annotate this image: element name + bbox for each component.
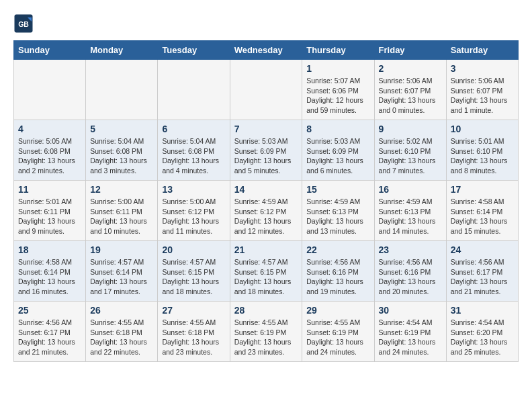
- day-number: 5: [90, 124, 153, 134]
- day-number: 19: [90, 244, 153, 255]
- day-info: Sunrise: 5:04 AM Sunset: 6:08 PM Dayligh…: [90, 136, 153, 176]
- day-info: Sunrise: 5:07 AM Sunset: 6:06 PM Dayligh…: [306, 76, 369, 116]
- day-number: 7: [234, 124, 298, 134]
- day-info: Sunrise: 5:00 AM Sunset: 6:12 PM Dayligh…: [162, 197, 225, 236]
- day-info: Sunrise: 4:59 AM Sunset: 6:13 PM Dayligh…: [379, 197, 442, 236]
- day-info: Sunrise: 4:57 AM Sunset: 6:15 PM Dayligh…: [162, 257, 225, 297]
- day-info: Sunrise: 5:06 AM Sunset: 6:07 PM Dayligh…: [451, 76, 514, 116]
- calendar-cell: 19Sunrise: 4:57 AM Sunset: 6:14 PM Dayli…: [86, 241, 158, 302]
- day-info: Sunrise: 4:54 AM Sunset: 6:19 PM Dayligh…: [379, 318, 442, 357]
- calendar-cell: 7Sunrise: 5:03 AM Sunset: 6:09 PM Daylig…: [230, 120, 302, 181]
- day-number: 13: [162, 184, 225, 195]
- day-number: 14: [234, 184, 298, 195]
- day-number: 25: [18, 305, 81, 316]
- calendar-cell: 22Sunrise: 4:56 AM Sunset: 6:16 PM Dayli…: [302, 241, 374, 302]
- calendar-cell: 24Sunrise: 4:56 AM Sunset: 6:17 PM Dayli…: [446, 241, 518, 302]
- calendar-week-3: 11Sunrise: 5:01 AM Sunset: 6:11 PM Dayli…: [14, 181, 519, 241]
- day-number: 16: [379, 184, 442, 195]
- day-number: 22: [306, 244, 369, 255]
- day-info: Sunrise: 5:04 AM Sunset: 6:08 PM Dayligh…: [162, 136, 225, 176]
- calendar-cell: 11Sunrise: 5:01 AM Sunset: 6:11 PM Dayli…: [14, 181, 86, 241]
- calendar-cell: 14Sunrise: 4:59 AM Sunset: 6:12 PM Dayli…: [230, 181, 302, 241]
- day-info: Sunrise: 5:01 AM Sunset: 6:10 PM Dayligh…: [451, 136, 514, 176]
- day-info: Sunrise: 4:55 AM Sunset: 6:19 PM Dayligh…: [234, 318, 298, 357]
- calendar-cell: 27Sunrise: 4:55 AM Sunset: 6:18 PM Dayli…: [158, 302, 230, 362]
- day-info: Sunrise: 4:57 AM Sunset: 6:14 PM Dayligh…: [90, 257, 153, 297]
- day-number: 15: [306, 184, 369, 195]
- calendar-cell: 6Sunrise: 5:04 AM Sunset: 6:08 PM Daylig…: [158, 120, 230, 181]
- day-info: Sunrise: 4:57 AM Sunset: 6:15 PM Dayligh…: [234, 257, 298, 297]
- day-number: 18: [18, 244, 81, 255]
- calendar-cell: 31Sunrise: 4:54 AM Sunset: 6:20 PM Dayli…: [446, 302, 518, 362]
- day-info: Sunrise: 4:55 AM Sunset: 6:19 PM Dayligh…: [306, 318, 369, 357]
- day-number: 26: [90, 305, 153, 316]
- day-number: 27: [162, 305, 225, 316]
- weekday-header-tuesday: Tuesday: [158, 41, 230, 60]
- day-number: 3: [451, 63, 514, 74]
- weekday-header-friday: Friday: [374, 41, 446, 60]
- calendar-body: 1Sunrise: 5:07 AM Sunset: 6:06 PM Daylig…: [14, 60, 519, 362]
- calendar-cell: 2Sunrise: 5:06 AM Sunset: 6:07 PM Daylig…: [374, 60, 446, 120]
- day-info: Sunrise: 4:56 AM Sunset: 6:17 PM Dayligh…: [18, 318, 81, 357]
- day-info: Sunrise: 5:05 AM Sunset: 6:08 PM Dayligh…: [18, 136, 81, 176]
- day-number: 6: [162, 124, 225, 134]
- calendar-cell: 30Sunrise: 4:54 AM Sunset: 6:19 PM Dayli…: [374, 302, 446, 362]
- day-info: Sunrise: 4:56 AM Sunset: 6:16 PM Dayligh…: [379, 257, 442, 297]
- day-number: 1: [306, 63, 369, 74]
- calendar-cell: 29Sunrise: 4:55 AM Sunset: 6:19 PM Dayli…: [302, 302, 374, 362]
- weekday-header-thursday: Thursday: [302, 41, 374, 60]
- page-header: GB: [13, 13, 519, 34]
- day-info: Sunrise: 5:03 AM Sunset: 6:09 PM Dayligh…: [234, 136, 298, 176]
- calendar-cell: [230, 60, 302, 120]
- calendar-cell: 21Sunrise: 4:57 AM Sunset: 6:15 PM Dayli…: [230, 241, 302, 302]
- logo: GB: [13, 13, 35, 34]
- day-number: 23: [379, 244, 442, 255]
- day-number: 21: [234, 244, 298, 255]
- calendar-cell: 3Sunrise: 5:06 AM Sunset: 6:07 PM Daylig…: [446, 60, 518, 120]
- day-number: 8: [306, 124, 369, 134]
- weekday-row: SundayMondayTuesdayWednesdayThursdayFrid…: [14, 41, 519, 60]
- logo-icon: GB: [13, 13, 34, 34]
- day-info: Sunrise: 5:02 AM Sunset: 6:10 PM Dayligh…: [379, 136, 442, 176]
- calendar-week-2: 4Sunrise: 5:05 AM Sunset: 6:08 PM Daylig…: [14, 120, 519, 181]
- day-number: 28: [234, 305, 298, 316]
- calendar-cell: 20Sunrise: 4:57 AM Sunset: 6:15 PM Dayli…: [158, 241, 230, 302]
- weekday-header-monday: Monday: [86, 41, 158, 60]
- day-number: 11: [18, 184, 81, 195]
- day-number: 29: [306, 305, 369, 316]
- calendar-cell: 15Sunrise: 4:59 AM Sunset: 6:13 PM Dayli…: [302, 181, 374, 241]
- calendar-week-5: 25Sunrise: 4:56 AM Sunset: 6:17 PM Dayli…: [14, 302, 519, 362]
- calendar-cell: [158, 60, 230, 120]
- calendar-cell: [14, 60, 86, 120]
- day-number: 24: [451, 244, 514, 255]
- day-info: Sunrise: 4:58 AM Sunset: 6:14 PM Dayligh…: [451, 197, 514, 236]
- calendar-cell: 8Sunrise: 5:03 AM Sunset: 6:09 PM Daylig…: [302, 120, 374, 181]
- calendar-week-4: 18Sunrise: 4:58 AM Sunset: 6:14 PM Dayli…: [14, 241, 519, 302]
- calendar-cell: 10Sunrise: 5:01 AM Sunset: 6:10 PM Dayli…: [446, 120, 518, 181]
- day-info: Sunrise: 4:59 AM Sunset: 6:13 PM Dayligh…: [306, 197, 369, 236]
- day-number: 2: [379, 63, 442, 74]
- day-info: Sunrise: 4:55 AM Sunset: 6:18 PM Dayligh…: [162, 318, 225, 357]
- calendar-cell: 25Sunrise: 4:56 AM Sunset: 6:17 PM Dayli…: [14, 302, 86, 362]
- calendar-cell: 12Sunrise: 5:00 AM Sunset: 6:11 PM Dayli…: [86, 181, 158, 241]
- day-info: Sunrise: 5:01 AM Sunset: 6:11 PM Dayligh…: [18, 197, 81, 236]
- day-info: Sunrise: 4:56 AM Sunset: 6:16 PM Dayligh…: [306, 257, 369, 297]
- calendar-cell: 16Sunrise: 4:59 AM Sunset: 6:13 PM Dayli…: [374, 181, 446, 241]
- day-info: Sunrise: 5:00 AM Sunset: 6:11 PM Dayligh…: [90, 197, 153, 236]
- calendar-cell: 17Sunrise: 4:58 AM Sunset: 6:14 PM Dayli…: [446, 181, 518, 241]
- day-info: Sunrise: 4:56 AM Sunset: 6:17 PM Dayligh…: [451, 257, 514, 297]
- calendar-cell: 18Sunrise: 4:58 AM Sunset: 6:14 PM Dayli…: [14, 241, 86, 302]
- calendar-cell: 13Sunrise: 5:00 AM Sunset: 6:12 PM Dayli…: [158, 181, 230, 241]
- calendar-cell: 4Sunrise: 5:05 AM Sunset: 6:08 PM Daylig…: [14, 120, 86, 181]
- day-info: Sunrise: 4:54 AM Sunset: 6:20 PM Dayligh…: [451, 318, 514, 357]
- day-info: Sunrise: 4:55 AM Sunset: 6:18 PM Dayligh…: [90, 318, 153, 357]
- calendar-cell: 23Sunrise: 4:56 AM Sunset: 6:16 PM Dayli…: [374, 241, 446, 302]
- calendar-cell: 26Sunrise: 4:55 AM Sunset: 6:18 PM Dayli…: [86, 302, 158, 362]
- day-info: Sunrise: 5:03 AM Sunset: 6:09 PM Dayligh…: [306, 136, 369, 176]
- calendar-cell: 28Sunrise: 4:55 AM Sunset: 6:19 PM Dayli…: [230, 302, 302, 362]
- svg-text:GB: GB: [18, 20, 29, 28]
- day-number: 17: [451, 184, 514, 195]
- day-number: 10: [451, 124, 514, 134]
- day-number: 31: [451, 305, 514, 316]
- calendar-cell: 9Sunrise: 5:02 AM Sunset: 6:10 PM Daylig…: [374, 120, 446, 181]
